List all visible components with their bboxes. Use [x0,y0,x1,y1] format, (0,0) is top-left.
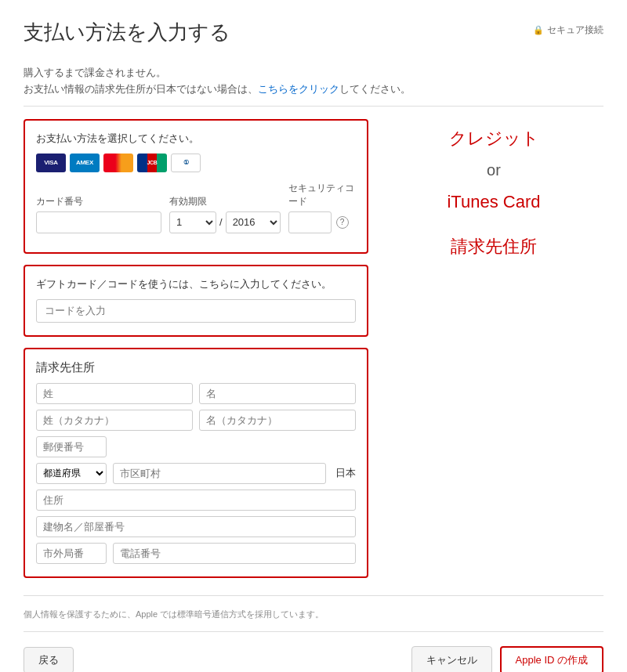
expiry-divider: / [219,216,223,228]
left-column: お支払い方法を選択してください。 VISA AMEX JCB ① カード番号 [24,119,368,578]
security-help-icon[interactable]: ? [336,216,349,229]
address-input[interactable] [36,490,356,511]
phone-input[interactable] [113,543,356,564]
create-appleid-button[interactable]: Apple ID の作成 [500,646,603,672]
first-name-input[interactable] [199,383,356,404]
phone-row [36,543,356,564]
card-icons: VISA AMEX JCB ① [36,154,356,172]
security-group: セキュリティコード ? [288,182,356,233]
payment-section: お支払い方法を選択してください。 VISA AMEX JCB ① カード番号 [24,119,368,254]
credit-label: クレジット [384,127,603,151]
visa-icon: VISA [36,154,66,172]
name-row [36,383,356,404]
action-bar: 戻る キャンセル Apple ID の作成 [0,637,627,672]
card-number-input[interactable] [36,211,161,233]
security-code-input[interactable] [288,211,332,233]
header: 支払い方法を入力する 🔒 セキュア接続 [0,0,627,56]
right-buttons: キャンセル Apple ID の作成 [411,646,603,672]
expiry-month-select[interactable]: 1234 5678 9101112 [169,211,216,233]
billing-title: 請求先住所 [36,360,356,375]
main-content: お支払い方法を選択してください。 VISA AMEX JCB ① カード番号 [0,107,627,591]
building-input[interactable] [36,516,356,537]
payment-label: お支払い方法を選択してください。 [36,132,356,146]
notice-line2: お支払い情報の請求先住所が日本ではない場合は、こちらをクリックしてください。 [24,81,603,98]
or-label: or [384,161,603,179]
privacy-area: 個人情報を保護するために、Apple では標準暗号通信方式を採用しています。 [0,601,627,627]
card-fields-row: カード番号 有効期限 1234 5678 9101112 / [36,182,356,233]
area-code-input[interactable] [36,543,107,564]
billing-right-label: 請求先住所 [384,235,603,258]
billing-section: 請求先住所 都道府県 [24,348,368,578]
gift-code-input[interactable] [36,299,356,323]
mastercard-icon [103,154,133,172]
card-number-group: カード番号 [36,195,161,233]
card-number-label: カード番号 [36,195,161,208]
last-name-input[interactable] [36,383,193,404]
kana-row [36,410,356,431]
secure-label: セキュア接続 [547,23,603,37]
page-title: 支払い方法を入力する [24,19,230,46]
secure-badge: 🔒 セキュア接続 [533,23,603,37]
privacy-text: 個人情報を保護するために、Apple では標準暗号通信方式を採用しています。 [24,609,324,619]
expiry-inputs: 1234 5678 9101112 / 2016201720182019 202… [169,211,281,233]
postal-row [36,436,356,457]
expiry-group: 有効期限 1234 5678 9101112 / 201620172018201… [169,195,281,233]
itunes-label: iTunes Card [384,190,603,215]
city-row: 都道府県 日本 [36,463,356,484]
last-kana-input[interactable] [36,410,193,431]
expiry-label: 有効期限 [169,195,281,208]
back-button[interactable]: 戻る [24,647,74,672]
first-kana-input[interactable] [199,410,356,431]
security-label: セキュリティコード [288,182,356,208]
city-input[interactable] [113,463,326,484]
postal-input[interactable] [36,436,107,457]
expiry-year-select[interactable]: 2016201720182019 2020202120222023 [226,211,281,233]
diners-icon: ① [171,154,201,172]
country-label: 日本 [335,466,356,480]
lock-icon: 🔒 [533,25,544,35]
jcb-icon: JCB [137,154,167,172]
gift-label: ギフトカード／コードを使うには、こちらに入力してください。 [36,277,356,291]
middle-divider [24,595,603,596]
right-column: クレジット or iTunes Card 請求先住所 [368,119,603,578]
notice-area: 購入するまで課金されません。 お支払い情報の請求先住所が日本ではない場合は、こち… [0,56,627,106]
amex-icon: AMEX [70,154,100,172]
notice-line1: 購入するまで課金されません。 [24,65,603,81]
notice-link[interactable]: こちらをクリック [258,83,339,95]
cancel-button[interactable]: キャンセル [411,646,492,672]
prefecture-select[interactable]: 都道府県 [36,463,107,484]
action-divider [24,631,603,632]
gift-section: ギフトカード／コードを使うには、こちらに入力してください。 [24,265,368,337]
